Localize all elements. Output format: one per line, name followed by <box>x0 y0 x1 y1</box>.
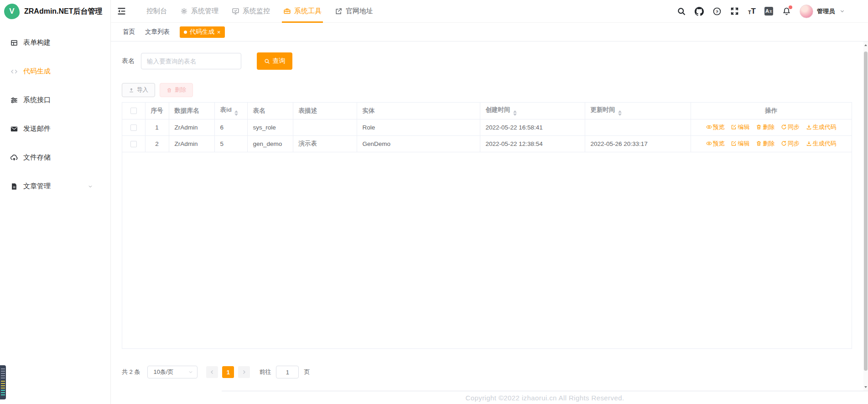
scrollbar[interactable] <box>863 41 868 391</box>
col-database: 数据库名 <box>169 103 214 119</box>
generate-code-link[interactable]: 生成代码 <box>806 123 837 131</box>
table-name-input[interactable] <box>141 53 241 69</box>
sidebar-item-code-gen[interactable]: 代码生成 <box>0 57 110 86</box>
upload-icon <box>129 88 134 93</box>
table-row[interactable]: 1 ZrAdmin 6 sys_role Role 2022-05-22 16:… <box>122 119 852 135</box>
fullscreen-icon[interactable] <box>730 7 739 16</box>
tab-home[interactable]: 首页 <box>123 28 135 36</box>
nav-item-system-tools[interactable]: 系统工具 <box>283 0 322 23</box>
nav-item-label: 系统监控 <box>243 7 270 16</box>
next-page-button[interactable] <box>238 366 250 378</box>
nav-item-label: 系统管理 <box>191 7 218 16</box>
scroll-up-arrow[interactable] <box>863 42 868 48</box>
preview-link[interactable]: 预览 <box>706 123 725 131</box>
cell-table-id: 5 <box>214 135 247 152</box>
external-link-icon <box>335 7 343 15</box>
page-number-button[interactable]: 1 <box>222 366 234 378</box>
user-chevron-down-icon[interactable] <box>839 8 845 14</box>
page-size-select[interactable]: 10条/页 <box>147 366 198 378</box>
delete-link[interactable]: 删除 <box>756 123 774 131</box>
sort-icon[interactable] <box>234 110 238 116</box>
nav-item-system-manage[interactable]: 系统管理 <box>180 0 218 23</box>
edit-link[interactable]: 编辑 <box>731 140 749 148</box>
delete-link[interactable]: 删除 <box>756 140 774 148</box>
cell-created-at: 2022-05-22 12:38:54 <box>480 135 585 152</box>
avatar[interactable] <box>800 5 813 18</box>
sidebar-item-send-mail[interactable]: 发送邮件 <box>0 114 110 143</box>
query-button[interactable]: 查询 <box>257 52 292 70</box>
language-icon[interactable]: A文 <box>764 7 773 16</box>
cell-entity: GenDemo <box>357 135 480 152</box>
footer: Copyright ©2022 izhaorui.cn All Rights R… <box>222 391 868 404</box>
import-button[interactable]: 导入 <box>122 83 155 97</box>
search-icon <box>264 58 270 64</box>
row-checkbox[interactable] <box>130 141 137 147</box>
scroll-down-arrow[interactable] <box>863 384 868 390</box>
page-unit-label: 页 <box>304 368 310 376</box>
nav-item-console[interactable]: 控制台 <box>146 0 167 23</box>
nav-item-official-site[interactable]: 官网地址 <box>335 0 373 23</box>
delete-button[interactable]: 删除 <box>160 83 193 97</box>
select-all-checkbox[interactable] <box>130 108 137 114</box>
language-letter: A <box>765 9 769 14</box>
sidebar-menu: 表单构建 代码生成 系统接口 发送邮件 文件存储 文章管理 <box>0 23 110 201</box>
cell-description: 演示表 <box>293 135 357 152</box>
gen-table: 序号 数据库名 表id 表名 表描述 实体 创建时间 更新时间 操作 1 <box>122 102 852 349</box>
col-table-name: 表名 <box>247 103 293 119</box>
refresh-icon <box>781 124 787 130</box>
menu-fold-icon[interactable] <box>111 0 133 23</box>
col-created-at[interactable]: 创建时间 <box>480 103 585 119</box>
nav-item-system-monitor[interactable]: 系统监控 <box>232 0 270 23</box>
edit-link[interactable]: 编辑 <box>731 123 749 131</box>
sidebar-item-system-api[interactable]: 系统接口 <box>0 86 110 114</box>
sort-icon[interactable] <box>513 110 517 116</box>
help-icon[interactable]: ? <box>712 7 722 16</box>
col-description: 表描述 <box>293 103 357 119</box>
sync-link[interactable]: 同步 <box>781 140 800 148</box>
tab-code-gen[interactable]: 代码生成 × <box>180 26 225 38</box>
search-icon[interactable] <box>677 7 686 16</box>
page-size-value: 10条/页 <box>153 368 173 376</box>
sync-link[interactable]: 同步 <box>781 123 800 131</box>
sort-icon[interactable] <box>618 110 622 116</box>
navbar-left: 控制台 系统管理 系统监控 系统工具 官网地址 <box>111 0 386 23</box>
preview-link[interactable]: 预览 <box>706 140 725 148</box>
goto-label: 前往 <box>259 368 271 376</box>
logo-row[interactable]: V ZRAdmin.NET后台管理 <box>0 0 110 23</box>
tab-close-icon[interactable]: × <box>217 29 221 35</box>
search-form: 表名 查询 <box>122 52 852 70</box>
prev-page-button[interactable] <box>206 366 218 378</box>
notification-bell-icon[interactable] <box>782 7 791 16</box>
row-checkbox[interactable] <box>130 124 137 131</box>
edit-icon <box>731 140 737 146</box>
col-table-id[interactable]: 表id <box>214 103 247 119</box>
scrollbar-thumb[interactable] <box>864 52 868 371</box>
gear-icon <box>180 7 188 15</box>
goto-page-input[interactable] <box>276 366 299 378</box>
generate-code-link[interactable]: 生成代码 <box>806 140 837 148</box>
cell-table-name: gen_demo <box>247 135 293 152</box>
cell-database: ZrAdmin <box>169 119 214 135</box>
github-icon[interactable] <box>695 7 704 16</box>
widget-stripes-yellow <box>1 381 5 389</box>
minimized-panel-widget[interactable] <box>0 365 6 399</box>
refresh-icon <box>781 140 787 146</box>
col-updated-at[interactable]: 更新时间 <box>585 103 691 119</box>
nav-item-label: 系统工具 <box>294 7 322 16</box>
table-row[interactable]: 2 ZrAdmin 5 gen_demo 演示表 GenDemo 2022-05… <box>122 135 852 152</box>
sidebar-item-file-storage[interactable]: 文件存储 <box>0 143 110 172</box>
app-logo: V <box>4 4 20 19</box>
font-size-big-t: T <box>751 7 756 15</box>
sidebar-item-form-build[interactable]: 表单构建 <box>0 28 110 57</box>
svg-text:?: ? <box>716 9 718 14</box>
username[interactable]: 管理员 <box>817 7 835 16</box>
sidebar-item-label: 发送邮件 <box>23 124 51 133</box>
font-size-icon[interactable]: TT <box>748 7 756 15</box>
sidebar-item-article-manage[interactable]: 文章管理 <box>0 172 110 201</box>
tab-article-list[interactable]: 文章列表 <box>145 28 170 36</box>
cell-table-id: 6 <box>214 119 247 135</box>
cell-updated-at: 2022-05-26 20:33:17 <box>585 135 691 152</box>
table-toolbar: 导入 删除 <box>122 83 852 97</box>
document-icon <box>10 182 18 191</box>
toolbox-icon <box>283 7 291 15</box>
